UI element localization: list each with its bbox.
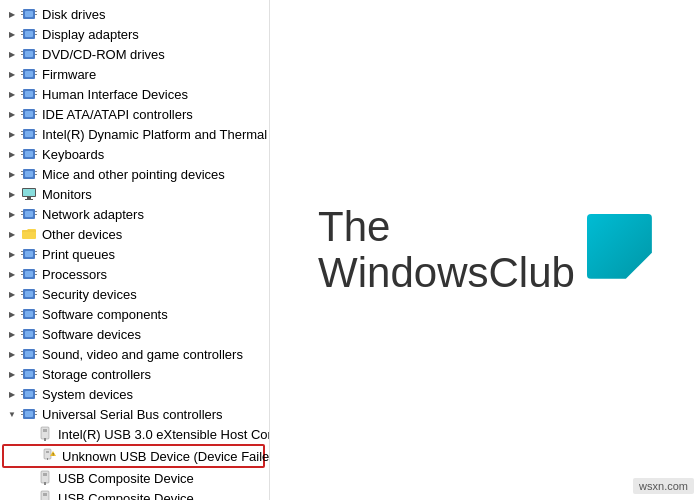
svg-rect-66	[21, 251, 23, 252]
svg-rect-22	[35, 71, 37, 72]
chevron-icon	[20, 490, 36, 500]
svg-rect-72	[21, 271, 23, 272]
tree-item-disk-drives[interactable]: ▶ Disk drives	[0, 4, 269, 24]
svg-rect-11	[35, 34, 37, 35]
svg-rect-121	[44, 449, 51, 459]
svg-rect-90	[21, 331, 23, 332]
svg-rect-92	[35, 331, 37, 332]
device-icon	[20, 105, 38, 123]
tree-item-ide-ata[interactable]: ▶ IDE ATA/ATAPI controllers	[0, 104, 269, 124]
svg-rect-119	[43, 429, 47, 432]
svg-rect-41	[35, 134, 37, 135]
device-icon	[20, 365, 38, 383]
tree-item-label: Human Interface Devices	[42, 87, 188, 102]
tree-item-security-devices[interactable]: ▶ Security devices	[0, 284, 269, 304]
svg-rect-23	[35, 74, 37, 75]
svg-rect-104	[35, 371, 37, 372]
chevron-icon	[20, 470, 36, 486]
svg-rect-21	[21, 74, 23, 75]
tree-item-system-devices[interactable]: ▶ System devices	[0, 384, 269, 404]
device-icon	[20, 25, 38, 43]
svg-rect-116	[35, 411, 37, 412]
tree-item-intel-usb[interactable]: Intel(R) USB 3.0 eXtensible Host Control…	[0, 424, 269, 444]
svg-rect-35	[35, 114, 37, 115]
folder-icon	[20, 225, 38, 243]
svg-rect-56	[27, 197, 31, 199]
svg-rect-61	[21, 214, 23, 215]
tree-item-universal-serial-bus[interactable]: ▼ Universal Serial Bus controllers	[0, 404, 269, 424]
device-icon	[20, 345, 38, 363]
svg-rect-2	[21, 11, 23, 12]
tree-item-label: Network adapters	[42, 207, 144, 222]
svg-rect-98	[35, 351, 37, 352]
tree-item-print-queues[interactable]: ▶ Print queues	[0, 244, 269, 264]
chevron-icon: ▶	[4, 206, 20, 222]
svg-rect-14	[21, 51, 23, 52]
svg-rect-65	[25, 251, 33, 257]
tree-item-label: Security devices	[42, 287, 137, 302]
tree-item-human-interface[interactable]: ▶ Human Interface Devices	[0, 84, 269, 104]
tree-item-unknown-usb[interactable]: !Unknown USB Device (Device Failed Enume…	[2, 444, 265, 468]
svg-rect-115	[21, 414, 23, 415]
chevron-icon: ▶	[4, 326, 20, 342]
chevron-icon: ▶	[4, 306, 20, 322]
svg-rect-34	[35, 111, 37, 112]
tree-item-label: Software components	[42, 307, 168, 322]
svg-rect-87	[35, 314, 37, 315]
tree-item-software-components[interactable]: ▶ Software components	[0, 304, 269, 324]
chevron-icon	[20, 426, 36, 442]
tree-item-label: System devices	[42, 387, 133, 402]
tree-item-label: USB Composite Device	[58, 491, 194, 501]
tree-item-usb-composite-1[interactable]: USB Composite Device	[0, 468, 269, 488]
tree-item-other-devices[interactable]: ▶ Other devices	[0, 224, 269, 244]
svg-rect-47	[35, 154, 37, 155]
tree-item-usb-composite-2[interactable]: USB Composite Device	[0, 488, 269, 500]
svg-rect-3	[21, 14, 23, 15]
chevron-icon: ▶	[4, 386, 20, 402]
tree-item-display-adapters[interactable]: ▶ Display adapters	[0, 24, 269, 44]
tree-item-mice[interactable]: ▶ Mice and other pointing devices	[0, 164, 269, 184]
svg-rect-118	[41, 427, 49, 439]
svg-rect-81	[35, 294, 37, 295]
tree-item-intel-dynamic[interactable]: ▶ Intel(R) Dynamic Platform and Thermal …	[0, 124, 269, 144]
tree-item-storage-controllers[interactable]: ▶ Storage controllers	[0, 364, 269, 384]
svg-rect-17	[35, 54, 37, 55]
device-icon	[20, 125, 38, 143]
chevron-icon: ▶	[4, 266, 20, 282]
svg-rect-123	[47, 458, 48, 460]
tree-item-firmware[interactable]: ▶ Firmware	[0, 64, 269, 84]
tree-item-processors[interactable]: ▶ Processors	[0, 264, 269, 284]
svg-rect-80	[35, 291, 37, 292]
device-icon	[20, 5, 38, 23]
svg-rect-51	[21, 174, 23, 175]
tree-item-label: Universal Serial Bus controllers	[42, 407, 223, 422]
tree-item-network-adapters[interactable]: ▶ Network adapters	[0, 204, 269, 224]
chevron-icon: ▶	[4, 46, 20, 62]
tree-item-label: Print queues	[42, 247, 115, 262]
device-icon	[20, 65, 38, 83]
svg-rect-7	[25, 31, 33, 37]
tree-item-keyboards[interactable]: ▶ Keyboards	[0, 144, 269, 164]
svg-rect-68	[35, 251, 37, 252]
svg-rect-15	[21, 54, 23, 55]
warning-usb-icon: !	[40, 447, 58, 465]
svg-rect-57	[25, 199, 33, 200]
svg-rect-107	[25, 391, 33, 397]
svg-rect-62	[35, 211, 37, 212]
svg-rect-120	[44, 438, 46, 441]
svg-rect-101	[25, 371, 33, 377]
chevron-icon: ▶	[4, 66, 20, 82]
chevron-icon: ▶	[4, 246, 20, 262]
svg-rect-38	[21, 131, 23, 132]
svg-rect-91	[21, 334, 23, 335]
tree-item-label: Intel(R) Dynamic Platform and Thermal Fr…	[42, 127, 270, 142]
tree-item-monitors[interactable]: ▶ Monitors	[0, 184, 269, 204]
chevron-icon: ▶	[4, 6, 20, 22]
svg-rect-33	[21, 114, 23, 115]
tree-item-software-devices[interactable]: ▶ Software devices	[0, 324, 269, 344]
tree-item-dvd-cdrom[interactable]: ▶ DVD/CD-ROM drives	[0, 44, 269, 64]
tree-item-sound-video[interactable]: ▶ Sound, video and game controllers	[0, 344, 269, 364]
svg-rect-29	[35, 94, 37, 95]
svg-rect-4	[35, 11, 37, 12]
svg-rect-59	[25, 211, 33, 217]
